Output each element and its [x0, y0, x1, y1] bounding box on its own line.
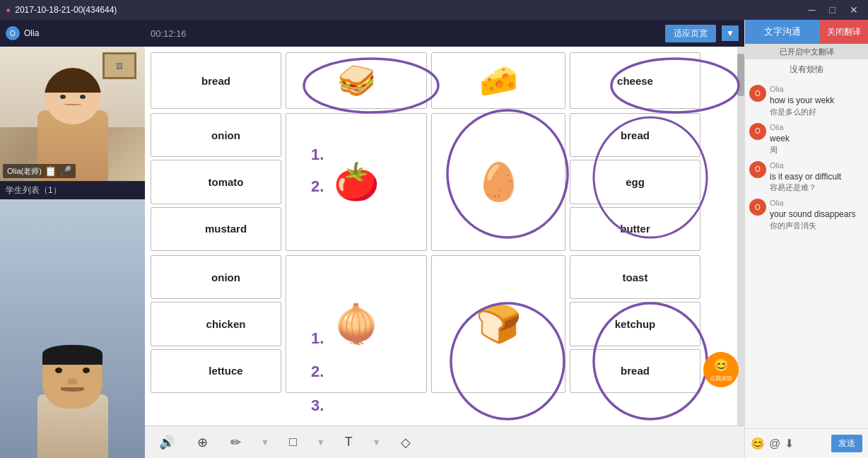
chat-message-1: O Olia how is your wekk 你是多么的好 [749, 85, 864, 117]
chat-message-2: O Olia week 周 [749, 123, 864, 155]
chat-panel: 文字沟通 关闭翻译 已开启中文翻译 没有烦恼 O Olia how is you… [744, 20, 868, 458]
row-1: bread 🥪 🧀 cheese [151, 52, 732, 109]
window-title: 2017-10-18-21-00(434644) [15, 5, 117, 15]
msg-avatar-4: O [749, 199, 766, 216]
cell-onion-2: onion [151, 255, 281, 299]
teacher-label: Olia(老师) 📋 🎤 [3, 164, 76, 178]
at-btn[interactable]: @ [769, 438, 780, 450]
row-3-right-words: toast ketchup bread [570, 255, 700, 393]
center-top-bar: 00:12:16 适应页宽 ▼ [145, 20, 744, 47]
pen-btn[interactable]: ✏ [228, 432, 244, 453]
cell-bread-img: 🥪 [286, 52, 427, 109]
row-2-right-words: bread egg butter [570, 113, 700, 251]
compass-btn[interactable]: ⊕ [194, 432, 211, 453]
title-bar-controls: ─ □ ✕ [804, 3, 862, 17]
cell-bread-3: bread [570, 349, 700, 393]
student-webcam [0, 199, 145, 458]
cell-toast-1: toast [570, 255, 700, 299]
teacher-webcam: 🖼 [0, 47, 145, 181]
center-panel: 00:12:16 适应页宽 ▼ 1. [145, 20, 744, 458]
cell-onion-1: onion [151, 113, 281, 157]
msg-avatar-2: O [749, 123, 766, 140]
cell-ketchup-1: ketchup [570, 302, 700, 346]
chat-header: 文字沟通 关闭翻译 [745, 20, 868, 45]
cell-egg-img: 🥚 [431, 113, 565, 251]
send-button[interactable]: 发送 [831, 435, 862, 452]
chat-message-4: O Olia your sound disappears 你的声音消失 [749, 199, 864, 231]
food-grid: bread 🥪 🧀 cheese onion tomato mustard [151, 52, 732, 420]
translation-bar: 已开启中文翻译 [745, 45, 868, 59]
row-3: onion chicken lettuce 🧅 🍞 toast [151, 255, 732, 393]
maximize-btn[interactable]: □ [826, 3, 840, 17]
user-avatar-dot: O [6, 26, 20, 40]
row-2-words: onion tomato mustard [151, 113, 281, 251]
student-list-header: 学生列表（1） [0, 181, 145, 199]
cell-egg-1: egg [570, 160, 700, 204]
timer: 00:12:16 [151, 28, 187, 39]
toolbar: 🔊 ⊕ ✏ ▼ □ ▼ T ▼ ◇ [145, 425, 744, 458]
app-icon: ● [6, 5, 11, 15]
msg-content-1: Olia how is your wekk 你是多么的好 [770, 85, 864, 117]
emoji-btn[interactable]: 😊 [751, 437, 765, 450]
msg-avatar-1: O [749, 85, 766, 102]
cell-bread-2: bread [570, 113, 700, 157]
help-button[interactable]: 😊 点我求助 [703, 352, 739, 387]
cell-tomato-img: 🍅 [286, 113, 427, 251]
text-btn[interactable]: T [342, 432, 356, 452]
row-2: onion tomato mustard 🍅 🥚 bread [151, 113, 732, 251]
fit-dropdown[interactable]: ▼ [722, 25, 739, 41]
cell-lettuce-1: lettuce [151, 349, 281, 393]
cell-toast-img: 🍞 [431, 255, 565, 393]
chat-icons-row: 😊 @ ⬇ 发送 [748, 432, 865, 455]
chat-messages: O Olia how is your wekk 你是多么的好 O Olia we… [745, 81, 868, 428]
fit-width-btn[interactable]: 适应页宽 [665, 25, 716, 42]
msg-content-2: Olia week 周 [770, 123, 864, 155]
minimize-btn[interactable]: ─ [804, 3, 820, 17]
cell-mustard-1: mustard [151, 207, 281, 251]
title-bar: ● 2017-10-18-21-00(434644) ─ □ ✕ [0, 0, 868, 20]
cell-butter-1: butter [570, 207, 700, 251]
cell-cheese-img: 🧀 [431, 52, 565, 109]
scrollbar-thumb[interactable] [737, 54, 744, 96]
session-top-bar: O Olia [0, 20, 145, 47]
chat-tab[interactable]: 文字沟通 [745, 20, 820, 44]
cell-cheese-1: cheese [570, 52, 700, 109]
whiteboard: 1. 2. 1. 2. 3. bread 🥪 🧀 cheese [145, 47, 744, 425]
cell-chicken-1: chicken [151, 302, 281, 346]
close-translate-btn[interactable]: 关闭翻译 [820, 20, 868, 44]
row-3-words: onion chicken lettuce [151, 255, 281, 393]
title-bar-left: ● 2017-10-18-21-00(434644) [6, 5, 117, 15]
no-worry-text: 没有烦恼 [745, 59, 868, 81]
shape-btn[interactable]: □ [286, 432, 300, 452]
msg-content-3: Olia is it easy or difficult 容易还是难？ [770, 161, 864, 194]
chat-input-area: 😊 @ ⬇ 发送 [745, 428, 868, 458]
cell-bread-1: bread [151, 52, 281, 109]
download-btn[interactable]: ⬇ [785, 437, 794, 450]
left-panel: O Olia 🖼 [0, 20, 145, 458]
close-btn[interactable]: ✕ [845, 3, 862, 17]
cell-tomato-1: tomato [151, 160, 281, 204]
cell-onion-img: 🧅 [286, 255, 427, 393]
volume-btn[interactable]: 🔊 [156, 432, 177, 453]
erase-btn[interactable]: ◇ [398, 432, 414, 453]
msg-avatar-3: O [749, 161, 766, 178]
user-name: Olia [24, 28, 39, 38]
chat-message-3: O Olia is it easy or difficult 容易还是难？ [749, 161, 864, 194]
msg-content-4: Olia your sound disappears 你的声音消失 [770, 199, 864, 231]
